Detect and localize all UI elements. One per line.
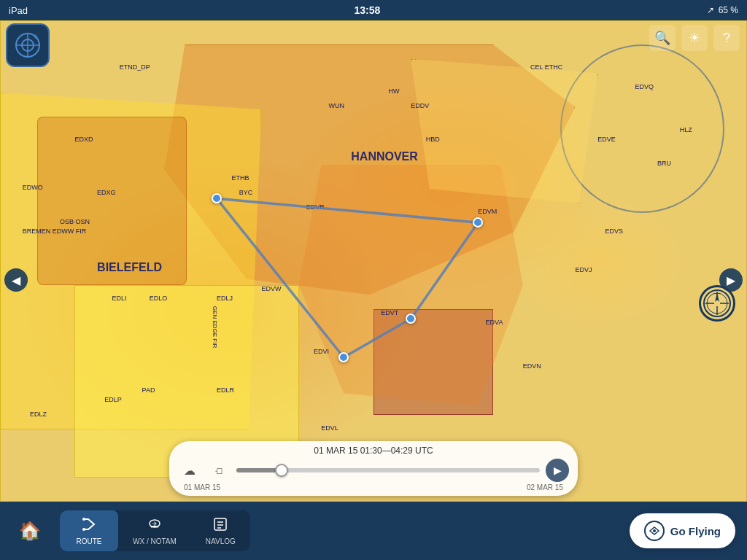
go-flying-label: Go Flying — [670, 525, 721, 537]
timeline-cloud-button[interactable]: ☁ — [178, 459, 201, 482]
wx-icon: ✈ — [147, 516, 163, 536]
bottom-bar: 🏠 ROUTE ✈ WX / NOTAM NAVLOG Go Flying — [0, 502, 747, 560]
date-left: 01 MAR 15 — [184, 483, 220, 491]
left-nav-arrow[interactable]: ◀ — [4, 268, 28, 292]
location-icon: ↗ — [707, 5, 714, 15]
tab-navlog-label: NAVLOG — [206, 537, 236, 545]
tab-group: ROUTE ✈ WX / NOTAM NAVLOG — [60, 510, 250, 551]
logo-button[interactable]: + — [6, 23, 50, 67]
brightness-icon: ☀ — [689, 30, 700, 46]
help-button[interactable]: ? — [713, 25, 740, 51]
timeline-title: 01 MAR 15 01:30—04:29 UTC — [178, 446, 569, 456]
timeline-filter-button[interactable]: ⟤ — [207, 459, 231, 482]
battery-info: ↗ 65 % — [707, 5, 738, 15]
tma-northeast — [411, 59, 597, 203]
navlog-icon — [212, 516, 228, 536]
status-bar: iPad 13:58 ↗ 65 % — [0, 0, 747, 20]
home-icon: 🏠 — [19, 521, 41, 541]
time-display: 13:58 — [354, 4, 380, 16]
help-icon: ? — [723, 31, 730, 46]
device-label: iPad — [9, 5, 28, 16]
svg-point-16 — [82, 518, 85, 521]
timeline-bar: 01 MAR 15 01:30—04:29 UTC ☁ ⟤ ▶ 01 MAR 1… — [169, 441, 578, 496]
timeline-slider[interactable] — [236, 463, 540, 478]
logo-icon: + — [13, 31, 42, 60]
tab-route-label: ROUTE — [77, 537, 102, 545]
svg-point-24 — [653, 529, 656, 532]
right-nav-arrow[interactable]: ▶ — [719, 268, 743, 292]
top-toolbar: 🔍 ☀ ? — [649, 20, 740, 51]
tab-wx-notam[interactable]: ✈ WX / NOTAM — [118, 510, 191, 551]
go-flying-button[interactable]: Go Flying — [630, 513, 735, 548]
tab-route[interactable]: ROUTE — [60, 510, 118, 551]
timeline-play-button[interactable]: ▶ — [546, 459, 569, 482]
timeline-thumb[interactable] — [275, 464, 288, 477]
battery-label: 65 % — [719, 5, 738, 15]
map[interactable]: HANNOVER BIELEFELD EDXG EDWO ETND_DP EDX… — [0, 20, 747, 502]
timeline-dates: 01 MAR 15 02 MAR 15 — [178, 483, 569, 491]
svg-point-17 — [82, 528, 85, 531]
waypoint-3[interactable] — [406, 314, 416, 324]
search-button[interactable]: 🔍 — [649, 25, 676, 51]
tab-wx-label: WX / NOTAM — [133, 537, 177, 545]
go-flying-icon — [644, 521, 665, 541]
search-icon: 🔍 — [654, 30, 670, 46]
restricted-zone-w — [37, 117, 187, 285]
filter-icon: ⟤ — [215, 464, 222, 477]
play-icon: ▶ — [554, 464, 562, 476]
waypoint-1[interactable] — [212, 193, 222, 203]
svg-text:✈: ✈ — [152, 521, 157, 527]
brightness-button[interactable]: ☀ — [681, 25, 708, 51]
svg-marker-10 — [715, 293, 719, 302]
route-icon — [81, 516, 97, 536]
svg-text:+: + — [34, 33, 38, 41]
date-right: 02 MAR 15 — [527, 483, 563, 491]
waypoint-2[interactable] — [473, 217, 483, 228]
waypoint-4[interactable] — [338, 352, 349, 362]
home-button[interactable]: 🏠 — [12, 513, 48, 549]
tab-navlog[interactable]: NAVLOG — [191, 510, 250, 551]
cloud-icon: ☁ — [184, 464, 196, 478]
